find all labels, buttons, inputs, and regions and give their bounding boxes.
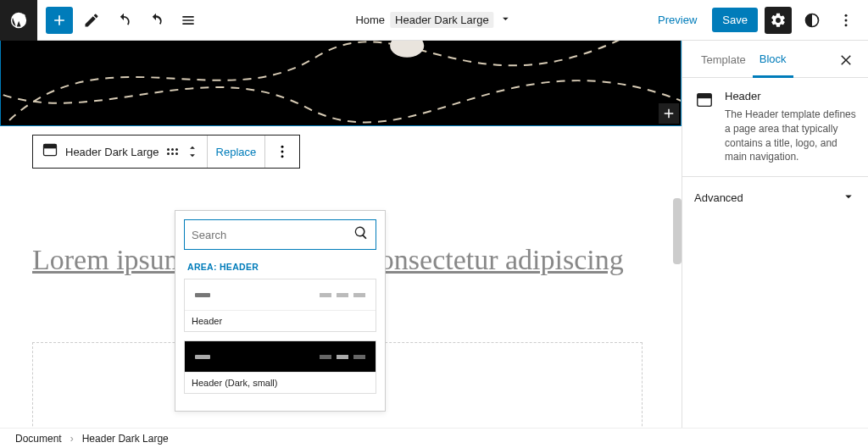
list-view-button[interactable] <box>175 7 202 34</box>
tab-block[interactable]: Block <box>753 41 793 78</box>
breadcrumb-root: Home <box>355 14 385 26</box>
settings-button[interactable] <box>765 7 792 34</box>
tab-template[interactable]: Template <box>694 41 753 76</box>
editor-canvas: Header Dark Large Replace <box>0 41 682 428</box>
footer-crumb-root[interactable]: Document <box>15 433 62 445</box>
svg-point-0 <box>845 14 848 16</box>
chevron-down-icon <box>499 12 513 28</box>
sidebar-block-title: Header <box>725 90 856 102</box>
more-options-button[interactable] <box>832 7 860 34</box>
popover-item-header[interactable]: Header <box>184 279 376 332</box>
styles-button[interactable] <box>798 7 826 34</box>
block-toolbar-label: Header Dark Large <box>65 146 159 158</box>
svg-point-7 <box>281 151 284 153</box>
undo-button[interactable] <box>110 7 137 34</box>
replace-popover: AREA: HEADER Header Header (Dark, small) <box>175 210 386 412</box>
edit-mode-button[interactable] <box>78 7 105 34</box>
search-input[interactable] <box>192 229 353 241</box>
header-icon <box>694 90 715 110</box>
settings-sidebar: Template Block Header The Header templat… <box>682 41 868 428</box>
svg-rect-5 <box>44 144 57 148</box>
chevron-down-icon <box>841 189 856 207</box>
close-sidebar-button[interactable] <box>836 49 856 69</box>
popover-item-label: Header <box>185 310 376 331</box>
popover-section-label: AREA: HEADER <box>184 250 376 279</box>
svg-point-1 <box>845 19 848 21</box>
svg-point-2 <box>845 24 848 26</box>
redo-button[interactable] <box>142 7 170 34</box>
popover-item-header-dark-small[interactable]: Header (Dark, small) <box>184 340 376 394</box>
toolbar-right-group: Preview Save <box>649 7 868 34</box>
header-icon <box>42 141 58 162</box>
replace-button[interactable]: Replace <box>216 146 257 158</box>
save-button[interactable]: Save <box>712 8 758 32</box>
sidebar-block-description: The Header template defines a page area … <box>725 108 856 164</box>
scrollbar-thumb[interactable] <box>673 198 682 264</box>
preview-button[interactable]: Preview <box>649 8 705 31</box>
top-toolbar: Home Header Dark Large Preview Save <box>0 0 868 41</box>
svg-point-3 <box>390 41 424 58</box>
block-toolbar-type[interactable]: Header Dark Large <box>33 136 208 168</box>
sidebar-panel-label: Advanced <box>694 191 743 204</box>
wordpress-logo[interactable] <box>0 0 37 41</box>
popover-item-preview <box>185 341 376 372</box>
move-up-down-buttons[interactable] <box>186 143 198 160</box>
search-icon <box>353 225 369 244</box>
sidebar-block-card: Header The Header template defines a pag… <box>682 78 868 177</box>
add-block-inline-button[interactable] <box>659 103 679 124</box>
breadcrumb-template: Header Dark Large <box>390 12 494 28</box>
toolbar-left-group <box>37 7 210 34</box>
footer-breadcrumb: Document › Header Dark Large <box>0 428 868 448</box>
document-breadcrumb[interactable]: Home Header Dark Large <box>355 12 512 28</box>
popover-search[interactable] <box>184 219 376 250</box>
sidebar-tabs: Template Block <box>682 41 868 78</box>
svg-point-6 <box>281 146 284 148</box>
popover-item-preview <box>185 279 376 310</box>
drag-handle-icon[interactable] <box>166 145 180 158</box>
chevron-right-icon: › <box>70 433 74 445</box>
main-layout: Header Dark Large Replace <box>0 41 868 428</box>
block-toolbar-more[interactable] <box>265 136 299 168</box>
svg-rect-10 <box>698 94 712 99</box>
sidebar-panel-advanced[interactable]: Advanced <box>682 177 868 218</box>
add-block-button[interactable] <box>46 7 73 34</box>
footer-crumb-current[interactable]: Header Dark Large <box>82 433 169 445</box>
block-toolbar: Header Dark Large Replace <box>32 135 300 169</box>
block-toolbar-replace[interactable]: Replace <box>208 136 266 168</box>
header-block-preview[interactable] <box>0 41 682 126</box>
svg-point-8 <box>281 155 284 158</box>
popover-item-label: Header (Dark, small) <box>185 372 376 393</box>
